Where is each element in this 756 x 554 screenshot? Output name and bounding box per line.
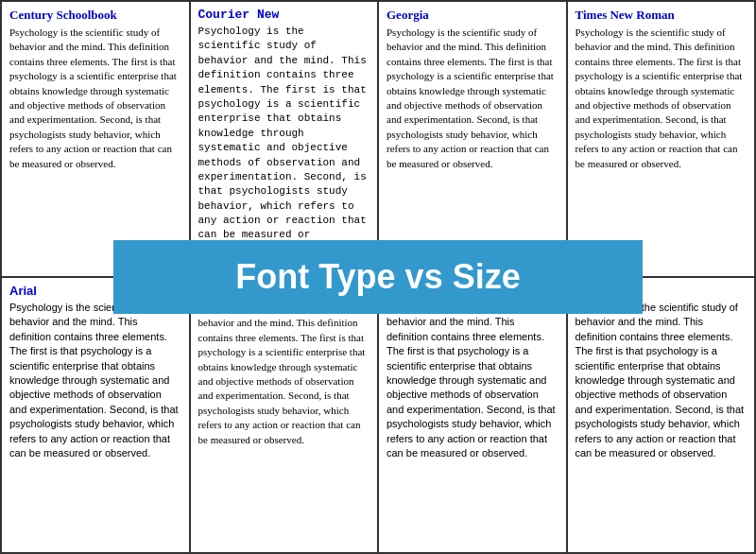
- cell-times: Times New Roman Psychology is the scient…: [567, 1, 756, 277]
- title-verdana: Verdana: [576, 284, 747, 298]
- body-arial: Psychology is the scientific study of be…: [9, 301, 181, 460]
- cell-tahoma: Tahoma Psychology is the scientific stud…: [378, 277, 567, 553]
- cell-georgia: Georgia Psychology is the scientific stu…: [378, 1, 567, 277]
- cell-comic: Comic Sans MS Psychology is the scientif…: [190, 277, 379, 553]
- title-georgia: Georgia: [387, 8, 558, 23]
- body-times: Psychology is the scientific study of be…: [576, 26, 747, 171]
- body-georgia: Psychology is the scientific study of be…: [387, 26, 558, 171]
- title-arial: Arial: [9, 284, 181, 298]
- body-century: Psychology is the scientific study of be…: [9, 26, 181, 171]
- cell-verdana: Verdana Psychology is the scientific stu…: [567, 277, 756, 553]
- title-tahoma: Tahoma: [387, 284, 558, 298]
- cell-arial: Arial Psychology is the scientific study…: [1, 277, 190, 553]
- body-tahoma: Psychology is the scientific study of be…: [387, 301, 558, 460]
- title-courier: Courier New: [198, 8, 370, 22]
- title-comic: Comic Sans MS: [198, 284, 370, 299]
- cell-century: Century Schoolbook Psychology is the sci…: [1, 1, 190, 277]
- cell-courier: Courier New Psychology is the scientific…: [190, 1, 379, 277]
- title-times: Times New Roman: [576, 8, 747, 23]
- body-verdana: Psychology is the scientific study of be…: [576, 301, 747, 460]
- title-century: Century Schoolbook: [9, 8, 181, 23]
- body-comic: Psychology is the scientific study of be…: [198, 302, 370, 447]
- main-grid: Century Schoolbook Psychology is the sci…: [0, 0, 756, 554]
- body-courier: Psychology is the scientific study of be…: [198, 25, 370, 257]
